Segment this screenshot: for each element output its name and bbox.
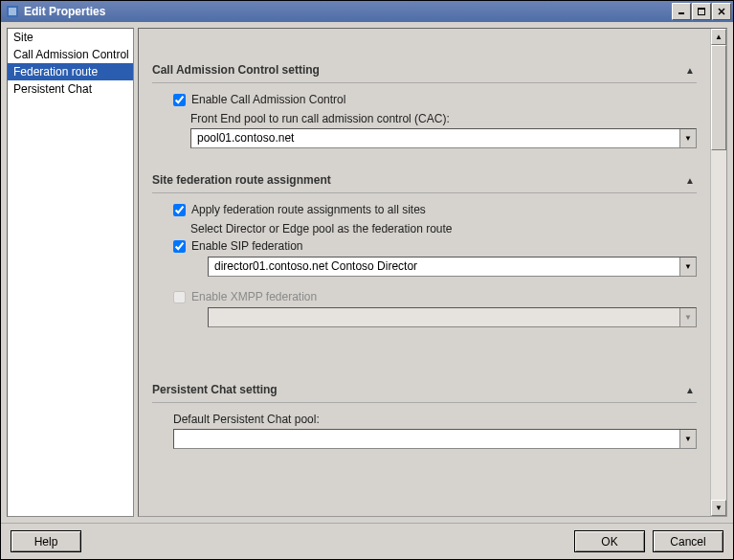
section-header-federation[interactable]: Site federation route assignment ▲ <box>152 173 697 190</box>
main-panel-wrap: Call Admission Control setting ▲ Enable … <box>138 28 727 517</box>
section-header-cac[interactable]: Call Admission Control setting ▲ <box>152 63 697 80</box>
window-title: Edit Properties <box>24 5 672 18</box>
sidebar-item-cac[interactable]: Call Admission Control <box>8 46 133 63</box>
enable-xmpp-checkbox-row: Enable XMPP federation <box>173 290 697 303</box>
sidebar-item-site[interactable]: Site <box>8 29 133 46</box>
enable-cac-label: Enable Call Admission Control <box>191 93 345 106</box>
section-title-cac: Call Admission Control setting <box>152 63 685 77</box>
ok-button[interactable]: OK <box>574 530 645 552</box>
enable-sip-checkbox[interactable] <box>173 240 186 253</box>
section-divider <box>152 402 697 403</box>
main-panel: Call Admission Control setting ▲ Enable … <box>139 29 710 516</box>
dialog-footer: Help OK Cancel <box>1 523 733 559</box>
enable-cac-checkbox-row[interactable]: Enable Call Admission Control <box>173 93 697 106</box>
window-controls <box>672 3 731 20</box>
enable-sip-label: Enable SIP federation <box>191 239 303 253</box>
section-title-pchat: Persistent Chat setting <box>152 383 685 396</box>
dropdown-arrow-icon[interactable]: ▼ <box>679 258 696 276</box>
maximize-button[interactable] <box>692 3 711 20</box>
collapse-icon: ▲ <box>685 385 695 395</box>
dropdown-arrow-icon[interactable]: ▼ <box>679 430 696 448</box>
apply-all-sites-label: Apply federation route assignments to al… <box>191 203 426 216</box>
dialog-body: Site Call Admission Control Federation r… <box>1 22 733 523</box>
scroll-thumb[interactable] <box>711 45 726 150</box>
scroll-track[interactable] <box>711 45 726 500</box>
sip-federation-value: director01.contoso.net Contoso Director <box>209 258 679 276</box>
xmpp-federation-value <box>209 308 679 326</box>
collapse-icon: ▲ <box>685 65 695 76</box>
titlebar: Edit Properties <box>1 1 733 22</box>
category-sidebar: Site Call Admission Control Federation r… <box>7 28 134 517</box>
enable-cac-checkbox[interactable] <box>173 94 186 106</box>
section-header-pchat[interactable]: Persistent Chat setting ▲ <box>152 383 697 400</box>
scroll-down-button[interactable]: ▼ <box>711 500 726 516</box>
xmpp-federation-select: ▼ <box>208 307 697 327</box>
dropdown-arrow-icon: ▼ <box>679 308 696 326</box>
svg-rect-1 <box>9 8 16 15</box>
apply-all-sites-checkbox-row[interactable]: Apply federation route assignments to al… <box>173 203 697 216</box>
enable-xmpp-label: Enable XMPP federation <box>191 290 317 303</box>
help-button[interactable]: Help <box>11 530 81 552</box>
minimize-button[interactable] <box>672 3 691 20</box>
vertical-scrollbar[interactable]: ▲ ▼ <box>710 29 726 516</box>
section-divider <box>152 82 697 83</box>
cac-pool-label: Front End pool to run call admission con… <box>190 112 697 125</box>
app-icon <box>5 4 20 19</box>
sip-federation-select[interactable]: director01.contoso.net Contoso Director … <box>208 257 697 277</box>
pchat-pool-label: Default Persistent Chat pool: <box>173 413 697 426</box>
cac-pool-value: pool01.contoso.net <box>191 129 679 147</box>
cac-pool-select[interactable]: pool01.contoso.net ▼ <box>190 128 697 148</box>
section-body-pchat: Default Persistent Chat pool: ▼ <box>152 413 697 449</box>
dialog-window: Edit Properties Site Call Admission Cont… <box>0 0 734 560</box>
federation-select-label: Select Director or Edge pool as the fede… <box>190 222 697 235</box>
dropdown-arrow-icon[interactable]: ▼ <box>679 129 696 147</box>
section-body-federation: Apply federation route assignments to al… <box>152 203 697 327</box>
sidebar-item-federation-route[interactable]: Federation route <box>8 63 133 80</box>
sidebar-item-persistent-chat[interactable]: Persistent Chat <box>8 80 133 98</box>
close-button[interactable] <box>712 3 731 20</box>
section-title-federation: Site federation route assignment <box>152 173 685 187</box>
section-body-cac: Enable Call Admission Control Front End … <box>152 93 697 148</box>
collapse-icon: ▲ <box>685 175 695 186</box>
section-divider <box>152 192 697 193</box>
spacer <box>152 327 697 373</box>
scroll-up-button[interactable]: ▲ <box>711 29 726 45</box>
apply-all-sites-checkbox[interactable] <box>173 204 186 216</box>
pchat-pool-value <box>174 430 679 448</box>
enable-xmpp-checkbox <box>173 291 186 303</box>
cancel-button[interactable]: Cancel <box>653 530 723 552</box>
enable-sip-checkbox-row[interactable]: Enable SIP federation <box>173 239 697 253</box>
pchat-pool-select[interactable]: ▼ <box>173 429 697 449</box>
